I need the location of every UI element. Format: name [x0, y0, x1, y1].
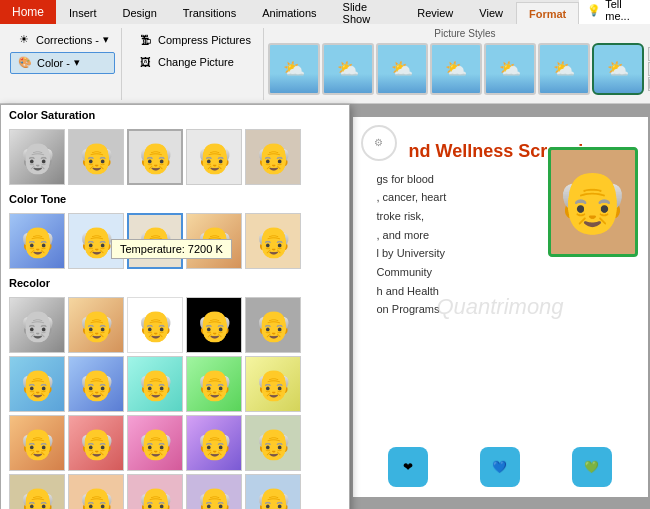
tell-me-input[interactable]: 💡 Tell me... — [579, 0, 650, 24]
main-area: Quantrimong ⚙ nd Wellness Screenings gs … — [350, 104, 650, 509]
style-thumb-1[interactable]: ⛅ — [268, 43, 320, 95]
style-thumb-7[interactable]: ⛅ — [592, 43, 644, 95]
tab-design[interactable]: Design — [110, 2, 170, 24]
tab-slideshow[interactable]: Slide Show — [330, 2, 405, 24]
style-thumb-6[interactable]: ⛅ — [538, 43, 590, 95]
tab-review[interactable]: Review — [404, 2, 466, 24]
style-thumb-3[interactable]: ⛅ — [376, 43, 428, 95]
health-icon-3: 💚 — [572, 447, 612, 487]
change-picture-button[interactable]: 🖼 Change Picture — [132, 52, 257, 72]
recolor-thumb-13[interactable]: 👴 — [127, 415, 183, 471]
recolor-thumb-15[interactable]: 👴 — [245, 415, 301, 471]
health-icon-1: ❤ — [388, 447, 428, 487]
recolor-thumb-10[interactable]: 👴 — [245, 356, 301, 412]
tab-home-label: Home — [12, 5, 44, 19]
picture-styles-section: Picture Styles ⛅ ⛅ ⛅ ⛅ ⛅ ⛅ ⛅ ▲ ▼ ⬛ — [268, 28, 650, 100]
tab-format[interactable]: Format — [516, 2, 579, 24]
adjust-group: ☀ Corrections - ▾ 🎨 Color - ▾ — [4, 28, 122, 100]
recolor-thumb-9[interactable]: 👴 — [186, 356, 242, 412]
tab-view[interactable]: View — [466, 2, 516, 24]
color-button[interactable]: 🎨 Color - ▾ — [10, 52, 115, 74]
color-icon: 🎨 — [17, 55, 33, 71]
ribbon: ☀ Corrections - ▾ 🎨 Color - ▾ 🗜 Compress… — [0, 24, 650, 105]
style-thumb-4[interactable]: ⛅ — [430, 43, 482, 95]
saturation-thumb-5[interactable]: 👴 — [245, 129, 301, 185]
compress-pictures-button[interactable]: 🗜 Compress Pictures — [132, 30, 257, 50]
recolor-thumb-7[interactable]: 👴 — [68, 356, 124, 412]
recolor-thumb-5[interactable]: 👴 — [245, 297, 301, 353]
tab-insert[interactable]: Insert — [56, 2, 110, 24]
health-icon-2: 💙 — [480, 447, 520, 487]
tone-thumb-5[interactable]: 👴 — [245, 213, 301, 269]
style-thumb-5[interactable]: ⛅ — [484, 43, 536, 95]
bottom-health-icons: ❤ 💙 💚 — [353, 447, 648, 487]
person-photo: 👴 — [548, 147, 638, 257]
recolor-thumb-17[interactable]: 👴 — [68, 474, 124, 509]
color-tone-title: Color Tone — [1, 189, 349, 209]
tab-animations[interactable]: Animations — [249, 2, 329, 24]
picture-group: 🗜 Compress Pictures 🖼 Change Picture — [126, 28, 264, 100]
recolor-thumb-20[interactable]: 👴 — [245, 474, 301, 509]
picture-styles-label: Picture Styles — [268, 28, 650, 39]
saturation-thumb-1[interactable]: 👴 — [9, 129, 65, 185]
tab-transitions[interactable]: Transitions — [170, 2, 249, 24]
tab-bar: Home Insert Design Transitions Animation… — [0, 0, 650, 24]
corrections-button[interactable]: ☀ Corrections - ▾ — [10, 30, 115, 50]
styles-grid: ⛅ ⛅ ⛅ ⛅ ⛅ ⛅ ⛅ ▲ ▼ ⬛ — [268, 43, 650, 95]
recolor-thumb-1[interactable]: 👴 — [9, 297, 65, 353]
lightbulb-icon: 💡 — [587, 4, 601, 17]
recolor-thumb-4[interactable]: 👴 — [186, 297, 242, 353]
saturation-thumb-2[interactable]: 👴 — [68, 129, 124, 185]
tab-home[interactable]: Home — [0, 0, 56, 24]
ribbon-content: ☀ Corrections - ▾ 🎨 Color - ▾ 🗜 Compress… — [0, 24, 650, 104]
recolor-thumb-18[interactable]: 👴 — [127, 474, 183, 509]
change-picture-icon: 🖼 — [138, 54, 154, 70]
recolor-grid: 👴 👴 👴 👴 👴 👴 👴 👴 👴 👴 👴 👴 👴 👴 👴 👴 👴 👴 👴 👴 — [1, 293, 349, 509]
recolor-thumb-8[interactable]: 👴 — [127, 356, 183, 412]
recolor-thumb-2[interactable]: 👴 — [68, 297, 124, 353]
color-dropdown-icon: ▾ — [74, 56, 80, 69]
corrections-icon: ☀ — [16, 32, 32, 48]
recolor-thumb-12[interactable]: 👴 — [68, 415, 124, 471]
tooltip: Temperature: 7200 K — [111, 239, 232, 259]
color-tone-grid: 👴 👴 👴 👴 👴 Temperature: 7200 K — [1, 209, 349, 273]
recolor-title: Recolor — [1, 273, 349, 293]
recolor-thumb-19[interactable]: 👴 — [186, 474, 242, 509]
saturation-thumb-4[interactable]: 👴 — [186, 129, 242, 185]
recolor-thumb-16[interactable]: 👴 — [9, 474, 65, 509]
slide-logo: ⚙ — [361, 125, 397, 161]
color-dropdown-panel: Color Saturation 👴 👴 👴 👴 👴 Color Tone 👴 … — [0, 104, 350, 509]
style-thumb-2[interactable]: ⛅ — [322, 43, 374, 95]
recolor-thumb-11[interactable]: 👴 — [9, 415, 65, 471]
corrections-dropdown-icon: ▾ — [103, 33, 109, 46]
saturation-thumb-3[interactable]: 👴 — [127, 129, 183, 185]
recolor-thumb-14[interactable]: 👴 — [186, 415, 242, 471]
recolor-thumb-3[interactable]: 👴 — [127, 297, 183, 353]
tone-thumb-1[interactable]: 👴 — [9, 213, 65, 269]
color-saturation-grid: 👴 👴 👴 👴 👴 — [1, 125, 349, 189]
recolor-thumb-6[interactable]: 👴 — [9, 356, 65, 412]
slide-canvas[interactable]: Quantrimong ⚙ nd Wellness Screenings gs … — [353, 117, 648, 497]
color-saturation-title: Color Saturation — [1, 105, 349, 125]
compress-icon: 🗜 — [138, 32, 154, 48]
